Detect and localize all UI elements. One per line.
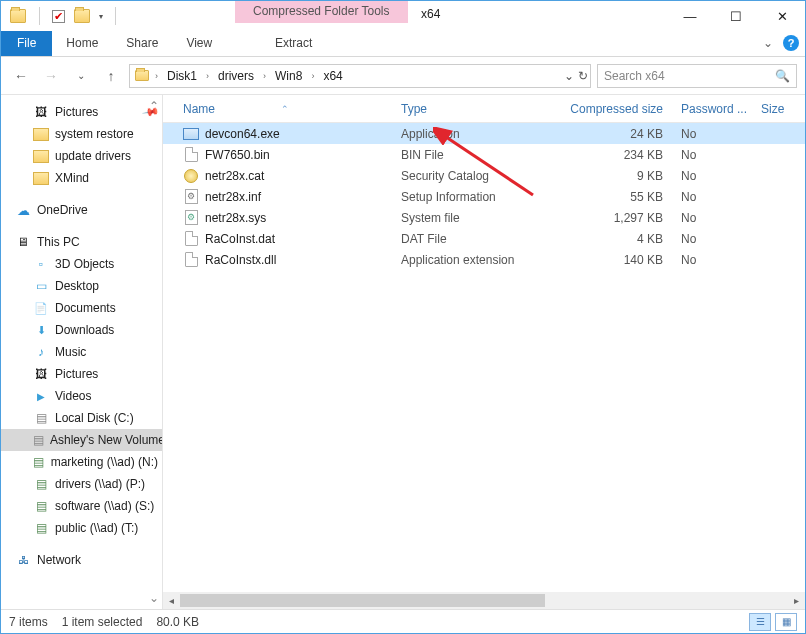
3d-objects-icon [33,256,49,272]
file-type: BIN File [401,148,561,162]
file-name: netr28x.inf [205,190,261,204]
column-compressed-size[interactable]: Compressed size [561,102,681,116]
tree-documents[interactable]: Documents [1,297,162,319]
column-size[interactable]: Size [761,102,805,116]
properties-qat-icon[interactable]: ✔ [52,10,65,23]
videos-icon [33,388,49,404]
file-row[interactable]: netr28x.sysSystem file1,297 KBNo [163,207,805,228]
folder-icon [9,7,27,25]
file-tab[interactable]: File [1,31,52,56]
crumb-win8[interactable]: Win8 [271,67,306,85]
file-password: No [681,253,761,267]
close-button[interactable]: ✕ [759,1,805,31]
chevron-right-icon[interactable]: › [308,71,317,81]
file-type-icon [183,126,199,142]
tree-drivers-net[interactable]: drivers (\\ad) (P:) [1,473,162,495]
file-type-icon [183,147,199,163]
folder-icon [33,148,49,164]
file-row[interactable]: RaCoInst.datDAT File4 KBNo [163,228,805,249]
search-input[interactable]: Search x64 🔍 [597,64,797,88]
file-type-icon [183,189,199,205]
new-folder-qat-icon[interactable] [73,7,91,25]
tree-local-disk[interactable]: Local Disk (C:) [1,407,162,429]
tree-public[interactable]: public (\\ad) (T:) [1,517,162,539]
help-icon[interactable]: ? [783,35,799,51]
breadcrumb[interactable]: › Disk1 › drivers › Win8 › x64 ⌄ ↻ [129,64,591,88]
details-view-button[interactable]: ☰ [749,613,771,631]
crumb-disk1[interactable]: Disk1 [163,67,201,85]
minimize-button[interactable]: — [667,1,713,31]
search-placeholder: Search x64 [604,69,665,83]
pictures-icon [33,366,49,382]
tree-downloads[interactable]: Downloads [1,319,162,341]
file-row[interactable]: devcon64.exeApplication24 KBNo [163,123,805,144]
file-row[interactable]: netr28x.catSecurity Catalog9 KBNo [163,165,805,186]
horizontal-scrollbar[interactable]: ◂ ▸ [163,592,805,609]
tree-ashley-volume[interactable]: Ashley's New Volume [1,429,162,451]
network-drive-icon [33,498,49,514]
refresh-button[interactable]: ↻ [578,69,588,83]
tree-desktop[interactable]: Desktop [1,275,162,297]
tree-onedrive[interactable]: OneDrive [1,199,162,221]
tab-extract[interactable]: Extract [261,31,326,55]
file-row[interactable]: netr28x.infSetup Information55 KBNo [163,186,805,207]
up-button[interactable]: ↑ [99,64,123,88]
desktop-icon [33,278,49,294]
file-row[interactable]: FW7650.binBIN File234 KBNo [163,144,805,165]
tree-pictures[interactable]: Pictures [1,363,162,385]
file-type: Security Catalog [401,169,561,183]
scroll-left-icon[interactable]: ◂ [163,595,180,606]
recent-locations-caret[interactable]: ⌄ [69,64,93,88]
file-type: Application extension [401,253,561,267]
chevron-right-icon[interactable]: › [152,71,161,81]
documents-icon [33,300,49,316]
tree-music[interactable]: Music [1,341,162,363]
crumb-drivers[interactable]: drivers [214,67,258,85]
window-title: x64 [421,7,440,21]
nav-scrollbar[interactable]: ⌃⌄ [146,95,162,609]
tree-marketing[interactable]: marketing (\\ad) (N:) [1,451,162,473]
file-compressed-size: 140 KB [561,253,681,267]
back-button[interactable]: ← [9,64,33,88]
file-row[interactable]: RaCoInstx.dllApplication extension140 KB… [163,249,805,270]
contextual-tools-label: Compressed Folder Tools [235,1,408,23]
tree-xmind[interactable]: XMind [1,167,162,189]
file-compressed-size: 55 KB [561,190,681,204]
forward-button[interactable]: → [39,64,63,88]
ribbon-expand-caret[interactable]: ⌄ [763,36,773,50]
large-icons-view-button[interactable]: ▦ [775,613,797,631]
tab-view[interactable]: View [172,31,226,56]
address-dropdown-caret[interactable]: ⌄ [564,69,574,83]
network-drive-icon [33,454,45,470]
disk-icon [33,432,44,448]
folder-icon [33,170,49,186]
file-name: FW7650.bin [205,148,270,162]
tree-network[interactable]: Network [1,549,162,571]
crumb-x64[interactable]: x64 [319,67,346,85]
tree-pictures-quick[interactable]: Pictures📌 [1,101,162,123]
file-list: Name⌃ Type Compressed size Password ... … [163,95,805,609]
chevron-right-icon[interactable]: › [203,71,212,81]
network-drive-icon [33,520,49,536]
tree-3d-objects[interactable]: 3D Objects [1,253,162,275]
file-password: No [681,190,761,204]
chevron-right-icon[interactable]: › [260,71,269,81]
status-size: 80.0 KB [156,615,199,629]
qat-customize-caret[interactable]: ▾ [99,12,103,21]
tree-system-restore[interactable]: system restore [1,123,162,145]
column-type[interactable]: Type [401,102,561,116]
column-password[interactable]: Password ... [681,102,761,116]
window-controls: — ☐ ✕ [667,1,805,31]
tree-software[interactable]: software (\\ad) (S:) [1,495,162,517]
tab-home[interactable]: Home [52,31,112,56]
disk-icon [33,410,49,426]
tree-videos[interactable]: Videos [1,385,162,407]
maximize-button[interactable]: ☐ [713,1,759,31]
file-compressed-size: 4 KB [561,232,681,246]
tab-share[interactable]: Share [112,31,172,56]
tree-update-drivers[interactable]: update drivers [1,145,162,167]
column-name[interactable]: Name⌃ [183,102,401,116]
file-type-icon [183,231,199,247]
tree-this-pc[interactable]: This PC [1,231,162,253]
scroll-right-icon[interactable]: ▸ [788,595,805,606]
